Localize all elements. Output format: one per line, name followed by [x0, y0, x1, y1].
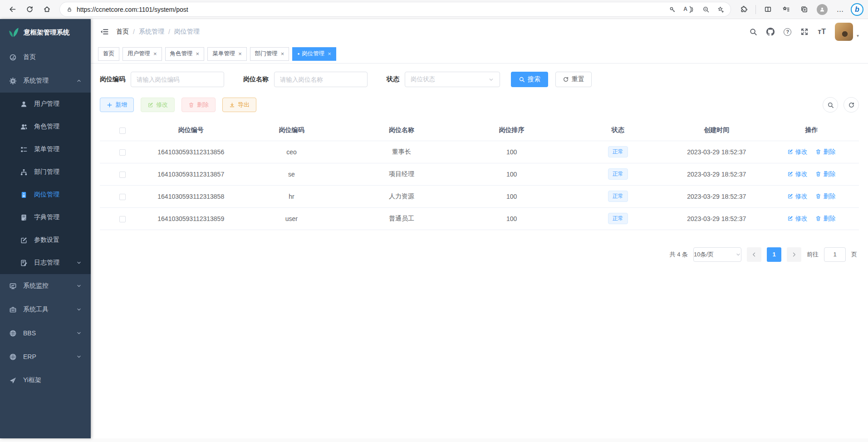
sidebar-item-menu-mgmt[interactable]: 菜单管理	[0, 138, 91, 161]
sidebar-item-user-mgmt[interactable]: 用户管理	[0, 93, 91, 115]
browser-refresh-button[interactable]	[22, 2, 37, 17]
monitor-icon	[9, 282, 17, 290]
row-delete-button[interactable]: 删除	[815, 192, 835, 201]
table-row[interactable]: 1641030593112313859 user 普通员工 100 正常 202…	[100, 207, 859, 230]
post-name-label: 岗位名称	[243, 75, 269, 83]
tab-role-mgmt[interactable]: 角色管理 ×	[165, 47, 205, 61]
browser-profile-button[interactable]	[814, 2, 830, 17]
browser-toolbar: https://ccnetcore.com:1101/system/post A…	[0, 0, 868, 19]
col-actions: 操作	[764, 120, 859, 141]
cell-post-id: 1641030593112313857	[145, 163, 236, 185]
sidebar-item-log-mgmt[interactable]: 日志管理	[0, 251, 91, 274]
add-button[interactable]: 新增	[100, 98, 134, 112]
system-mgmt-submenu: 用户管理 角色管理 菜单管理 部门管理 岗位管理	[0, 93, 91, 274]
tab-dept-mgmt[interactable]: 部门管理 ×	[250, 47, 289, 61]
close-icon[interactable]: ×	[238, 50, 242, 57]
toggle-search-button[interactable]	[823, 97, 838, 113]
favorite-star-icon[interactable]	[717, 6, 724, 13]
sidebar-item-yi-framework[interactable]: Yi框架	[0, 368, 91, 392]
sidebar-item-dept-mgmt[interactable]: 部门管理	[0, 161, 91, 183]
user-avatar[interactable]	[835, 23, 853, 41]
users-icon	[20, 123, 28, 131]
table-row[interactable]: 1641030593112313856 ceo 董事长 100 正常 2023-…	[100, 141, 859, 163]
tab-post-mgmt[interactable]: ● 岗位管理 ×	[292, 47, 336, 61]
collapse-sidebar-icon[interactable]	[100, 27, 109, 36]
reset-button[interactable]: 重置	[555, 72, 592, 87]
sidebar-item-erp[interactable]: ERP	[0, 345, 91, 368]
caret-down-icon[interactable]: ▾	[857, 33, 859, 38]
github-icon[interactable]	[766, 28, 775, 36]
password-key-icon[interactable]	[669, 6, 676, 13]
row-delete-button[interactable]: 删除	[815, 148, 835, 156]
next-page-button[interactable]	[787, 247, 801, 262]
close-icon[interactable]: ×	[196, 50, 200, 57]
search-button[interactable]: 搜索	[511, 72, 548, 87]
sidebar-item-system-monitor[interactable]: 系统监控	[0, 274, 91, 298]
address-bar[interactable]: https://ccnetcore.com:1101/system/post A	[60, 2, 731, 16]
collections-button[interactable]	[796, 2, 812, 17]
browser-home-button[interactable]	[39, 2, 54, 17]
chevron-down-icon	[76, 307, 82, 312]
search-icon[interactable]	[749, 28, 757, 36]
row-edit-button[interactable]: 修改	[787, 192, 807, 201]
row-delete-button[interactable]: 删除	[815, 170, 835, 178]
split-screen-button[interactable]	[760, 2, 775, 17]
tab-menu-mgmt[interactable]: 菜单管理 ×	[207, 47, 247, 61]
page-number-button[interactable]: 1	[767, 247, 781, 262]
select-all-checkbox[interactable]	[119, 128, 126, 134]
url-text[interactable]: https://ccnetcore.com:1101/system/post	[77, 6, 188, 13]
close-icon[interactable]: ×	[281, 50, 284, 57]
favorites-button[interactable]	[778, 2, 794, 17]
tab-user-mgmt[interactable]: 用户管理 ×	[123, 47, 162, 61]
close-icon[interactable]: ×	[328, 50, 331, 57]
fullscreen-icon[interactable]	[800, 28, 809, 36]
breadcrumb-home[interactable]: 首页	[116, 28, 129, 36]
row-checkbox[interactable]	[119, 149, 126, 156]
status-select[interactable]: 岗位状态	[405, 72, 500, 87]
row-edit-button[interactable]: 修改	[787, 215, 807, 223]
edit-icon	[787, 171, 793, 177]
sidebar-item-param-settings[interactable]: 参数设置	[0, 229, 91, 251]
edit-button[interactable]: 修改	[141, 98, 175, 112]
row-edit-button[interactable]: 修改	[787, 170, 807, 178]
goto-page-input[interactable]	[824, 247, 846, 262]
sidebar-item-dict-mgmt[interactable]: 字典管理	[0, 206, 91, 229]
post-code-input[interactable]	[131, 72, 224, 87]
row-checkbox[interactable]	[119, 194, 126, 200]
help-icon[interactable]: ?	[784, 28, 791, 36]
cell-post-id: 1641030593112313859	[145, 207, 236, 230]
row-edit-button[interactable]: 修改	[787, 148, 807, 156]
delete-button[interactable]: 删除	[181, 98, 216, 112]
cell-post-code: se	[236, 163, 347, 185]
read-aloud-icon[interactable]: A	[683, 6, 695, 13]
table-row[interactable]: 1641030593112313858 hr 人力资源 100 正常 2023-…	[100, 185, 859, 207]
breadcrumb-system[interactable]: 系统管理	[139, 28, 164, 36]
col-post-name: 岗位名称	[347, 120, 457, 141]
row-delete-button[interactable]: 删除	[815, 215, 835, 223]
browser-back-button[interactable]	[5, 2, 20, 17]
page-size-select[interactable]: 10条/页	[693, 247, 741, 262]
sidebar-item-system-tools[interactable]: 系统工具	[0, 298, 91, 321]
sidebar-item-role-mgmt[interactable]: 角色管理	[0, 115, 91, 138]
row-checkbox[interactable]	[119, 216, 126, 222]
sidebar-item-bbs[interactable]: BBS	[0, 321, 91, 345]
browser-menu-button[interactable]: …	[833, 2, 848, 17]
sidebar-item-post-mgmt[interactable]: 岗位管理	[0, 183, 91, 206]
post-name-input[interactable]	[274, 72, 368, 87]
sidebar-item-system-mgmt[interactable]: 系统管理	[0, 69, 91, 93]
row-checkbox[interactable]	[119, 172, 126, 178]
trash-icon	[815, 193, 821, 199]
tab-home[interactable]: 首页	[98, 47, 119, 61]
home-icon	[43, 5, 51, 13]
close-icon[interactable]: ×	[153, 50, 157, 57]
extensions-button[interactable]	[736, 2, 751, 17]
prev-page-button[interactable]	[747, 247, 761, 262]
font-size-icon[interactable]: тT	[818, 28, 826, 36]
table-row[interactable]: 1641030593112313857 se 项目经理 100 正常 2023-…	[100, 163, 859, 185]
user-icon	[20, 100, 28, 108]
bing-chat-icon[interactable]: b	[851, 3, 863, 16]
export-button[interactable]: 导出	[222, 98, 256, 112]
sidebar-item-home[interactable]: 首页	[0, 45, 91, 69]
refresh-table-button[interactable]	[843, 97, 859, 113]
zoom-out-icon[interactable]	[702, 6, 710, 13]
